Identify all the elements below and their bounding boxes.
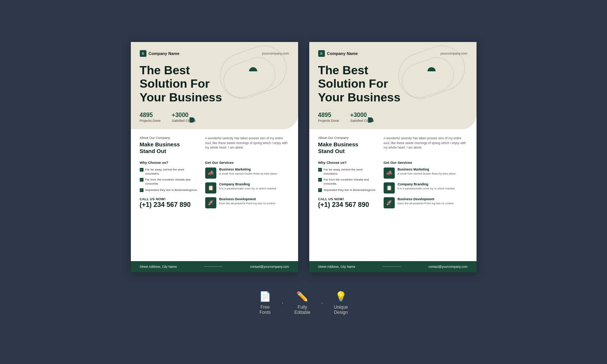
service-desc: Even the all-powerful Point ing has no c… <box>219 202 276 206</box>
flyer-body: About Our Company Make BusinessStand Out… <box>309 129 477 256</box>
stats-row: 4895 Projects Done +3000 Satisfied Clien… <box>318 112 468 123</box>
service-desc: It is a paradisematic coun try, in which… <box>219 187 277 191</box>
check-icon: ✓ <box>318 178 322 182</box>
flyer-flyer-1: S Company Name yourcompany.com The BestS… <box>131 42 298 272</box>
stat-item: 4895 Projects Done <box>140 112 161 123</box>
about-right: A wonderful serenity has taken posses si… <box>205 136 289 155</box>
check-list-item: ✓ Far from the countries Vokalia and con… <box>318 178 378 186</box>
footer-address: Street Address, City Name <box>140 265 177 269</box>
service-desc: A small river named Duden flows by their… <box>219 172 278 176</box>
flyer-footer: Street Address, City Name contact@yourco… <box>131 261 298 272</box>
stat-label: Projects Done <box>140 119 161 123</box>
hero-title: The BestSolution ForYour Business <box>318 64 468 104</box>
service-name: Business Marketing <box>219 168 278 171</box>
service-item: 📋 Company Branding It is a paradisematic… <box>384 182 468 194</box>
call-section: CALL US NOW! (+1) 234 567 890 <box>140 197 199 209</box>
feature-icon: 💡 <box>335 291 347 302</box>
about-label: About Our Company <box>318 136 378 140</box>
call-number: (+1) 234 567 890 <box>140 201 199 209</box>
col-left: Why Choose us? ✓ Far far away, behind th… <box>140 160 199 256</box>
company-name-wrap: S Company Name <box>140 50 180 57</box>
service-name: Business Development <box>219 197 276 201</box>
stat-label: Satisfied Clients <box>350 119 374 123</box>
feature-icon: 📄 <box>259 291 271 302</box>
company-url: yourcompany.com <box>262 52 289 55</box>
call-label: CALL US NOW! <box>140 197 199 201</box>
hero-title: The BestSolution ForYour Business <box>140 64 289 104</box>
feature-separator: • <box>322 301 323 305</box>
service-desc: It is a paradisematic coun try, in which… <box>398 187 455 191</box>
service-desc: Even the all-powerful Point ing has no c… <box>398 202 455 206</box>
two-col: Why Choose us? ✓ Far far away, behind th… <box>318 160 468 256</box>
company-url: yourcompany.com <box>440 52 468 55</box>
company-name: Company Name <box>327 51 358 56</box>
service-info: Business Marketing A small river named D… <box>398 168 456 176</box>
call-section: CALL US NOW! (+1) 234 567 890 <box>318 197 378 209</box>
service-info: Company Branding It is a paradisematic c… <box>398 182 455 191</box>
company-name: Company Name <box>149 51 180 56</box>
check-icon: ✓ <box>140 188 143 192</box>
check-text: Far far away, behind the word mountains. <box>324 168 378 176</box>
stat-number: 4895 <box>140 112 161 118</box>
service-info: Business Development Even the all-powerf… <box>398 197 455 206</box>
about-desc: A wonderful serenity has taken posses si… <box>384 136 468 150</box>
service-icon-box: 🚀 <box>205 197 216 208</box>
col-right: Get Our Services 📣 Business Marketing A … <box>205 160 289 256</box>
about-right: A wonderful serenity has taken posses si… <box>384 136 468 155</box>
stats-row: 4895 Projects Done +3000 Satisfied Clien… <box>140 112 289 123</box>
feature-item: 📄 FreeFonts <box>259 291 271 315</box>
about-section: About Our Company Make BusinessStand Out… <box>140 136 289 155</box>
check-text: Separated they live in Bookmarksgrove. <box>145 188 198 192</box>
why-choose-heading: Why Choose us? <box>318 160 378 165</box>
about-title: Make BusinessStand Out <box>318 141 378 155</box>
stat-item: +3000 Satisfied Clients <box>172 112 196 123</box>
why-choose-heading: Why Choose us? <box>140 160 199 165</box>
service-item: 📣 Business Marketing A small river named… <box>205 168 289 179</box>
footer-divider <box>382 266 401 267</box>
check-list-item: ✓ Separated they live in Bookmarksgrove. <box>318 188 378 192</box>
flyer-hero: S Company Name yourcompany.com The BestS… <box>131 42 298 129</box>
col-left: Why Choose us? ✓ Far far away, behind th… <box>318 160 378 256</box>
check-list: ✓ Far far away, behind the word mountain… <box>318 168 378 192</box>
service-icon-box: 📣 <box>205 168 216 179</box>
flyer-hero: S Company Name yourcompany.com The BestS… <box>309 42 477 129</box>
stat-number: +3000 <box>350 112 374 118</box>
check-text: Far from the countries Vokalia and conso… <box>145 178 199 186</box>
feature-label: UniqueDesign <box>334 305 348 315</box>
about-section: About Our Company Make BusinessStand Out… <box>318 136 468 155</box>
services-heading: Get Our Services <box>205 160 289 165</box>
call-number: (+1) 234 567 890 <box>318 201 378 209</box>
footer-divider <box>204 266 223 267</box>
check-list: ✓ Far far away, behind the word mountain… <box>140 168 199 192</box>
service-info: Business Development Even the all-powerf… <box>219 197 276 206</box>
check-text: Far far away, behind the word mountains. <box>145 168 199 176</box>
service-item: 🚀 Business Development Even the all-powe… <box>384 197 468 208</box>
feature-label: FreeFonts <box>259 305 271 315</box>
service-info: Business Marketing A small river named D… <box>219 168 278 176</box>
service-name: Company Branding <box>398 182 455 186</box>
footer-contact: contact@yourcompany.com <box>250 265 289 269</box>
service-item: 📣 Business Marketing A small river named… <box>384 168 468 179</box>
service-desc: A small river named Duden flows by their… <box>398 172 456 176</box>
about-left: About Our Company Make BusinessStand Out <box>140 136 199 155</box>
col-right: Get Our Services 📣 Business Marketing A … <box>384 160 468 256</box>
company-name-wrap: S Company Name <box>318 50 358 57</box>
services-list: 📣 Business Marketing A small river named… <box>205 168 289 208</box>
service-icon-box: 🚀 <box>384 197 395 208</box>
check-icon: ✓ <box>140 168 143 172</box>
flyer-header: S Company Name yourcompany.com <box>318 50 468 57</box>
check-list-item: ✓ Far from the countries Vokalia and con… <box>140 178 199 186</box>
check-icon: ✓ <box>318 168 322 172</box>
service-name: Business Development <box>398 197 455 201</box>
check-text: Far from the countries Vokalia and conso… <box>324 178 378 186</box>
service-icon-box: 📋 <box>384 182 395 194</box>
two-col: Why Choose us? ✓ Far far away, behind th… <box>140 160 289 256</box>
service-icon-box: 📋 <box>205 182 216 194</box>
stat-item: +3000 Satisfied Clients <box>350 112 374 123</box>
check-icon: ✓ <box>318 188 322 192</box>
about-left: About Our Company Make BusinessStand Out <box>318 136 378 155</box>
stat-number: +3000 <box>172 112 196 118</box>
service-info: Company Branding It is a paradisematic c… <box>219 182 277 191</box>
service-item: 📋 Company Branding It is a paradisematic… <box>205 182 289 194</box>
feature-item: 💡 UniqueDesign <box>334 291 348 315</box>
